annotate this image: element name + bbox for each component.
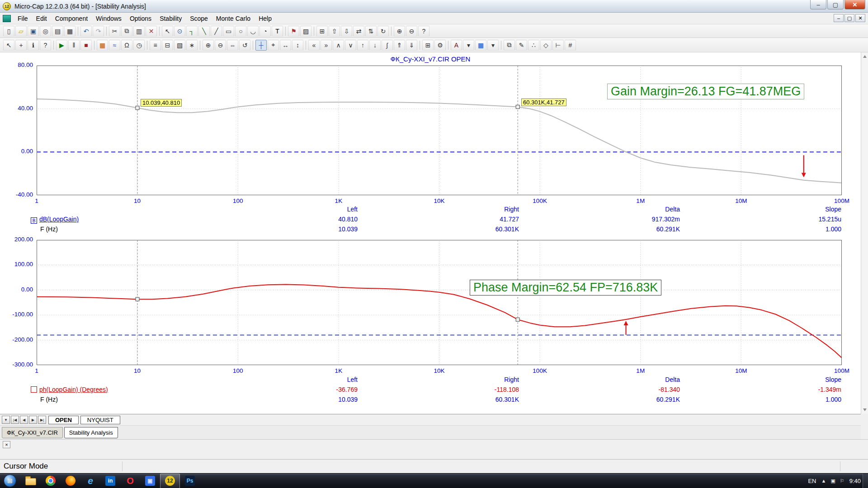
chrome-taskbar-button[interactable] — [41, 474, 61, 488]
numeric-output-icon[interactable]: ≡ — [150, 40, 161, 51]
undo-icon[interactable]: ↶ — [80, 26, 92, 37]
cursor-mode-toggle-icon[interactable]: ┼ — [255, 40, 267, 51]
global-high-icon[interactable]: ⇑ — [394, 40, 405, 51]
next-page-button[interactable]: ▶ — [29, 416, 37, 424]
delete-icon[interactable]: ✕ — [146, 26, 157, 37]
start-button[interactable]: ⊞ — [4, 474, 16, 487]
zoom-in-icon[interactable]: ⊕ — [394, 26, 405, 37]
titlebar[interactable]: 12 Micro-Cap 12.2.0.3 (64 bit) - [Stabil… — [0, 0, 868, 13]
phase-plot[interactable] — [37, 240, 842, 365]
copy-to-clipboard-icon[interactable]: ⧉ — [504, 40, 515, 51]
stop-icon[interactable]: ■ — [80, 40, 92, 51]
scroll-up-icon[interactable] — [863, 55, 867, 58]
linkedin-taskbar-button[interactable]: in — [100, 474, 120, 488]
redo-icon[interactable]: ↷ — [93, 26, 104, 37]
show-desktop-button[interactable] — [863, 474, 868, 488]
prev-page-button[interactable]: ◀ — [20, 416, 28, 424]
scope-zoom-in-icon[interactable]: ⊕ — [203, 40, 214, 51]
inflection-icon[interactable]: ∫ — [382, 40, 393, 51]
menu-stability[interactable]: Stability — [156, 14, 186, 23]
menu-options[interactable]: Options — [126, 14, 156, 23]
text-mode-icon[interactable]: T — [272, 26, 283, 37]
tab-circuit-file[interactable]: ФК_Cy-XXI_v7.CIR — [2, 427, 63, 438]
optimizer-icon[interactable]: Ω — [121, 40, 132, 51]
restore-scales-icon[interactable]: ↺ — [239, 40, 250, 51]
font-dropdown-icon[interactable]: ▾ — [463, 40, 474, 51]
info-mode-icon[interactable]: ℹ — [28, 40, 39, 51]
open-file-icon[interactable]: ▱ — [15, 26, 27, 37]
menu-component[interactable]: Component — [51, 14, 92, 23]
color-icon[interactable]: ▦ — [475, 40, 486, 51]
valley-icon[interactable]: ∨ — [345, 40, 356, 51]
ellipse-mode-icon[interactable]: ○ — [235, 26, 246, 37]
waveform-color-swatch[interactable] — [31, 386, 37, 393]
stepping-icon[interactable]: ≈ — [109, 40, 120, 51]
internet-explorer-taskbar-button[interactable]: e — [80, 474, 100, 488]
tag-format-icon[interactable]: # — [565, 40, 576, 51]
clock[interactable]: 9:40 — [849, 478, 861, 484]
rect-mode-icon[interactable]: ▭ — [223, 26, 234, 37]
flip-horizontal-icon[interactable]: ⇄ — [353, 26, 364, 37]
menu-edit[interactable]: Edit — [32, 14, 51, 23]
loop-gain-phase-chart[interactable] — [37, 240, 842, 365]
maximize-button[interactable]: ▢ — [827, 0, 844, 9]
copy-icon[interactable]: ⧉ — [121, 26, 132, 37]
three-d-windows-icon[interactable]: ▧ — [174, 40, 185, 51]
arc-mode-icon[interactable]: ◡ — [247, 26, 259, 37]
page-list-button[interactable]: ▼ — [2, 416, 10, 424]
graph-properties-icon[interactable]: ⚙ — [434, 40, 446, 51]
send-to-back-icon[interactable]: ⇩ — [341, 26, 352, 37]
low-icon[interactable]: ↓ — [369, 40, 381, 51]
photoshop-taskbar-button[interactable]: Ps — [180, 474, 200, 488]
color-dropdown-icon[interactable]: ▾ — [487, 40, 499, 51]
scroll-down-icon[interactable] — [863, 408, 867, 411]
component-mode-icon[interactable]: ⊙ — [174, 26, 185, 37]
tab-open[interactable]: OPEN — [48, 416, 79, 424]
analysis-limits-icon[interactable]: ▦ — [97, 40, 108, 51]
tab-nyquist[interactable]: NYQUIST — [80, 416, 120, 424]
watch-icon[interactable]: ◷ — [133, 40, 145, 51]
find-icon[interactable]: ◎ — [40, 26, 51, 37]
minimize-button[interactable]: – — [810, 0, 826, 9]
opera-taskbar-button[interactable]: O — [120, 474, 140, 488]
autoscale-icon[interactable]: ⇔ — [227, 40, 238, 51]
tokens-icon[interactable]: ◇ — [540, 40, 552, 51]
select-cursor-icon[interactable]: ↖ — [3, 40, 14, 51]
diagonal-wire-mode-icon[interactable]: ╲ — [198, 26, 210, 37]
blue-disk-app-taskbar-button[interactable]: ▣ — [140, 474, 160, 488]
grid-properties-icon[interactable]: ⊞ — [422, 40, 434, 51]
ruler-icon[interactable]: ⊢ — [552, 40, 564, 51]
waveform-color-swatch[interactable]: B — [31, 217, 37, 224]
state-variables-icon[interactable]: ⊟ — [162, 40, 173, 51]
wire-mode-icon[interactable]: ┐ — [186, 26, 198, 37]
child-minimize-button[interactable]: – — [834, 14, 844, 22]
firefox-taskbar-button[interactable] — [61, 474, 80, 488]
pause-icon[interactable]: ‖ — [68, 40, 80, 51]
flip-vertical-icon[interactable]: ⇅ — [365, 26, 377, 37]
go-to-right-icon[interactable]: » — [321, 40, 332, 51]
picture-mode-icon[interactable]: ▨ — [300, 26, 311, 37]
vertical-tag-icon[interactable]: ↕ — [292, 40, 303, 51]
file-explorer-taskbar-button[interactable] — [21, 474, 41, 488]
performance-windows-icon[interactable]: ∗ — [186, 40, 198, 51]
go-to-left-icon[interactable]: « — [308, 40, 320, 51]
rotate-icon[interactable]: ↻ — [377, 26, 389, 37]
vertical-scrollbar[interactable] — [861, 52, 868, 414]
close-button[interactable]: ✕ — [844, 0, 865, 9]
child-restore-button[interactable]: ▢ — [844, 14, 854, 22]
menu-file[interactable]: File — [14, 14, 32, 23]
dock-close-button[interactable]: × — [3, 441, 10, 448]
help-mode-icon[interactable]: ? — [418, 26, 429, 37]
waveform-label[interactable]: dB(LoopGain) — [39, 216, 79, 223]
menu-help[interactable]: Help — [255, 14, 276, 23]
action-center-flag-icon[interactable]: ⚐ — [840, 478, 844, 484]
cut-icon[interactable]: ✂ — [109, 26, 120, 37]
tab-stability-analysis[interactable]: Stability Analysis — [64, 427, 118, 438]
font-icon[interactable]: A — [451, 40, 462, 51]
pie-mode-icon[interactable]: ◔ — [259, 26, 271, 37]
scope-zoom-out-icon[interactable]: ⊖ — [215, 40, 226, 51]
high-icon[interactable]: ↑ — [357, 40, 368, 51]
line-mode-icon[interactable]: ╱ — [211, 26, 222, 37]
grid-toggle-icon[interactable]: ⊞ — [316, 26, 328, 37]
child-window-icon[interactable] — [3, 15, 11, 22]
